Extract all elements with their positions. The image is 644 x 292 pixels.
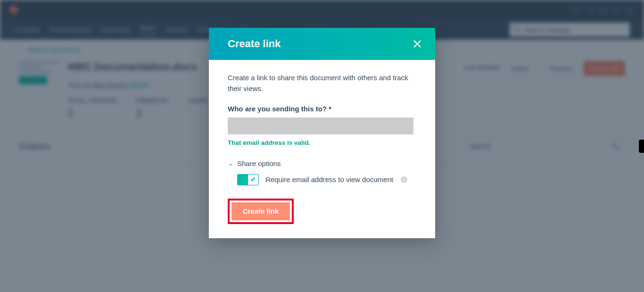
- email-field-label: Who are you sending this to? *: [228, 105, 416, 113]
- check-icon: [250, 175, 256, 184]
- info-icon[interactable]: i: [401, 176, 407, 183]
- close-icon: [413, 42, 422, 50]
- email-field[interactable]: [228, 117, 413, 134]
- modal-header: Create link: [209, 28, 435, 60]
- close-button[interactable]: [413, 39, 422, 49]
- tutorial-highlight: Create link: [228, 199, 294, 224]
- require-email-toggle[interactable]: [237, 174, 259, 185]
- create-link-modal: Create link Create a link to share this …: [209, 28, 435, 238]
- chevron-down-icon: ⌄: [228, 159, 233, 167]
- share-options-label: Share options: [237, 159, 281, 167]
- share-options-toggle[interactable]: ⌄ Share options: [228, 159, 416, 167]
- modal-description: Create a link to share this document wit…: [228, 72, 416, 94]
- modal-title: Create link: [228, 38, 281, 50]
- create-link-button[interactable]: Create link: [231, 202, 290, 220]
- require-email-label: Require email address to view document: [265, 175, 393, 184]
- feedback-tab[interactable]: [639, 140, 644, 153]
- email-valid-message: That email address is valid.: [228, 139, 416, 146]
